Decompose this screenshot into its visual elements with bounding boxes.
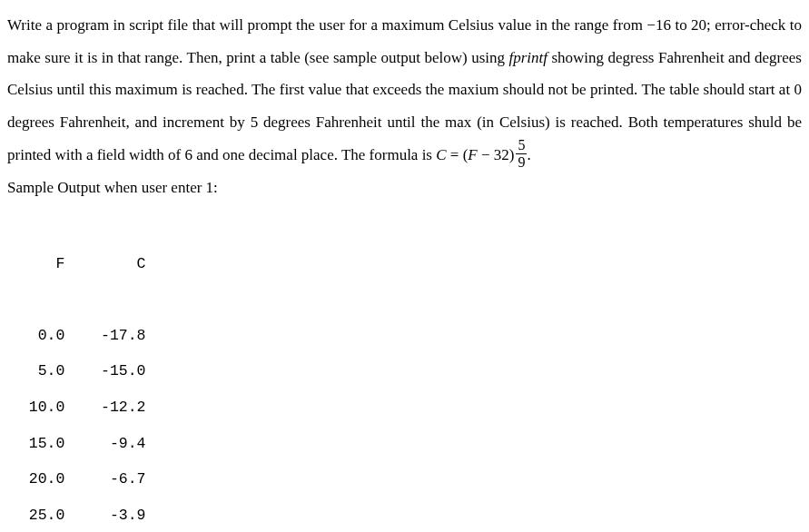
table-row: 25.0 -3.9: [11, 507, 146, 524]
range-low: −16: [646, 16, 671, 34]
formula-F: F: [468, 146, 477, 163]
table-row: 5.0 -15.0: [11, 362, 146, 379]
sample-output-table: F C 0.0 -17.8 5.0 -15.0 10.0 -12.2 15.0 …: [11, 210, 802, 532]
fraction-denominator: 9: [516, 154, 527, 170]
problem-statement: Write a program in script file that will…: [7, 9, 802, 172]
text-part-1: Write a program in script file that will…: [7, 16, 646, 34]
fraction-numerator: 5: [516, 138, 527, 154]
formula-eq: = (: [447, 146, 469, 163]
table-header: F C: [11, 255, 146, 272]
table-row: 20.0 -6.7: [11, 470, 146, 488]
formula-C: C: [436, 146, 446, 163]
sample-output-label: Sample Output when user enter 1:: [7, 172, 802, 204]
formula-fraction: 59: [516, 138, 527, 170]
fprintf-keyword: fprintf: [508, 49, 548, 66]
table-row: 10.0 -12.2: [11, 399, 146, 416]
formula-period: .: [527, 146, 530, 163]
formula-minus32: − 32): [478, 146, 515, 163]
table-row: 0.0 -17.8: [11, 327, 146, 344]
table-row: 15.0 -9.4: [11, 435, 146, 452]
